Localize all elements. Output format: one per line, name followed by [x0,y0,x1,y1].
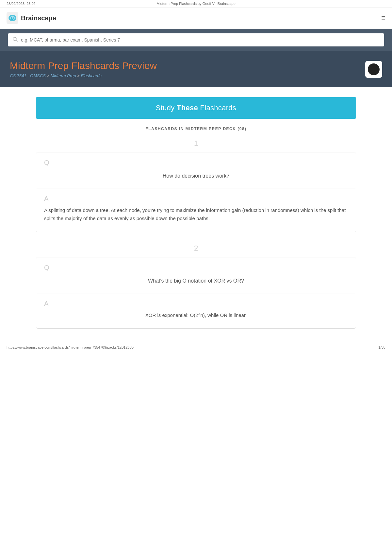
flashcard-1-question: Q How do decision trees work? [36,152,356,188]
deck-thumbnail [365,61,382,78]
brainscape-logo-icon: B [7,12,18,24]
main-content: Study These Flashcards FLASHCARDS IN MID… [0,97,392,329]
hamburger-menu-icon[interactable]: ≡ [381,14,385,22]
flashcard-1: Q How do decision trees work? A A splitt… [36,152,356,232]
deck-hero-left: Midterm Prep Flashcards Preview CS 7641 … [10,60,157,78]
breadcrumb-course: CS 7641 - OMSCS [10,73,46,78]
question-label-1: Q [44,159,348,166]
svg-text:B: B [11,16,14,21]
study-flashcards-button[interactable]: Study These Flashcards [36,97,356,119]
search-input-wrap [8,33,384,46]
study-button-wrap: Study These Flashcards [36,97,356,119]
study-btn-label-normal: Study [156,104,177,112]
deck-breadcrumb: CS 7641 - OMSCS > Midterm Prep > Flashca… [10,73,157,78]
flashcard-1-answer: A A splitting of data down a tree. At ea… [36,188,356,232]
logo-area[interactable]: B Brainscape [7,12,56,24]
flashcard-2-question: Q What's the big O notation of XOR vs OR… [36,257,356,293]
svg-line-5 [16,40,17,42]
breadcrumb-sep1: > [46,73,51,78]
card-number-1: 1 [36,139,356,147]
breadcrumb-deck: Midterm Prep [51,73,76,78]
answer-text-2: XOR is exponential: O(2^n), while OR is … [44,311,348,320]
breadcrumb-type: Flashcards [81,73,102,78]
card-number-2: 2 [36,244,356,252]
flashcard-2: Q What's the big O notation of XOR vs OR… [36,257,356,329]
footer-page: 1/38 [379,345,385,349]
search-input[interactable] [21,37,380,43]
deck-hero: Midterm Prep Flashcards Preview CS 7641 … [0,51,392,87]
answer-text-1: A splitting of data down a tree. At each… [44,206,348,223]
question-text-1: How do decision trees work? [44,170,348,180]
deck-info-label: FLASHCARDS IN MIDTERM PREP DECK (98) [36,127,356,131]
question-label-2: Q [44,264,348,271]
question-text-2: What's the big O notation of XOR vs OR? [44,275,348,285]
logo-text: Brainscape [21,14,56,22]
answer-label-2: A [44,300,348,307]
deck-thumb-inner [368,63,380,75]
deck-title: Midterm Prep Flashcards Preview [10,60,157,71]
site-header: B Brainscape ≡ [0,8,392,29]
search-bar-area [0,29,392,51]
meta-tab-title: Midterm Prep Flashcards by Geoff V | Bra… [156,2,236,6]
footer-url: https://www.brainscape.com/flashcards/mi… [7,345,134,349]
breadcrumb-sep2: > [76,73,81,78]
study-btn-label-end: Flashcards [198,104,236,112]
meta-date: 28/02/2023, 23:02 [7,2,36,6]
site-footer: https://www.brainscape.com/flashcards/mi… [0,342,392,353]
study-btn-label-bold: These [177,104,198,112]
search-icon [12,37,18,43]
flashcard-2-answer: A XOR is exponential: O(2^n), while OR i… [36,293,356,329]
answer-label-1: A [44,195,348,202]
